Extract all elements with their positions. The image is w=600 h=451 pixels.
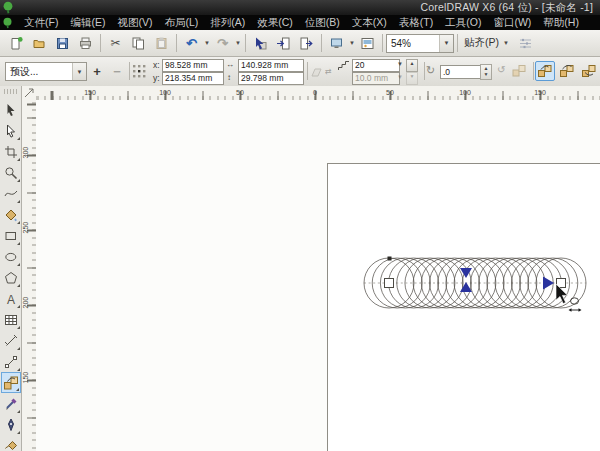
copy-icon (131, 36, 146, 51)
blend-object[interactable] (364, 257, 586, 309)
counterclockwise-blend-button[interactable] (579, 61, 599, 81)
steps-spinner[interactable]: ▲ (406, 59, 418, 72)
blend-end-arrow-marker[interactable] (543, 277, 554, 290)
straight-line-connector-tool[interactable] (1, 351, 21, 372)
hruler-label: 150 (84, 89, 96, 96)
ruler-origin-icon (24, 88, 34, 98)
paste-button[interactable] (150, 32, 173, 55)
cut-button[interactable]: ✂ (104, 32, 127, 55)
table-tool[interactable] (1, 309, 21, 330)
toolbox-drag-handle[interactable] (4, 89, 17, 94)
shape-tool-icon (4, 124, 18, 138)
blend-acceleration-marker[interactable] (460, 268, 472, 292)
menu-item-layout[interactable]: 布局(L) (158, 15, 204, 30)
color-eyedropper-tool[interactable] (1, 393, 21, 414)
menu-item-effects[interactable]: 效果(C) (251, 15, 299, 30)
undo-button[interactable]: ↶ (180, 32, 203, 55)
menu-item-bitmaps[interactable]: 位图(B) (299, 15, 346, 30)
new-document-button[interactable] (5, 32, 28, 55)
blend-circle[interactable] (389, 258, 439, 308)
blend-start-handle[interactable] (385, 279, 394, 288)
blend-direction-field[interactable]: .0 (440, 65, 482, 79)
blend-spacing-toggle-icon[interactable]: ⇄ (325, 67, 332, 76)
object-node[interactable] (388, 257, 392, 261)
menu-item-text[interactable]: 文本(X) (346, 15, 393, 30)
object-height-icon: ↕ (227, 73, 231, 82)
menu-item-window[interactable]: 窗口(W) (487, 15, 537, 30)
undo-dropdown-arrow-icon[interactable]: ▼ (203, 40, 211, 46)
hruler-label: 50 (236, 89, 244, 96)
crop-tool[interactable] (1, 141, 21, 162)
export-button[interactable] (295, 32, 318, 55)
rectangle-tool-icon (4, 229, 18, 243)
redo-dropdown-arrow-icon[interactable]: ▼ (234, 40, 242, 46)
welcome-screen-button[interactable] (356, 32, 379, 55)
preset-combobox[interactable]: 预设... ▼ (5, 62, 87, 81)
rectangle-tool[interactable] (1, 225, 21, 246)
redo-icon: ↷ (217, 36, 228, 51)
smart-fill-tool[interactable] (1, 204, 21, 225)
vruler-label: 300 (23, 147, 30, 159)
parallel-dimension-tool[interactable] (1, 330, 21, 351)
menu-item-edit[interactable]: 编辑(E) (64, 15, 111, 30)
text-tool-icon: A (4, 292, 18, 306)
menu-item-file[interactable]: 文件(F) (18, 15, 64, 30)
rotate-all-objects-icon[interactable] (511, 63, 527, 79)
redo-button[interactable]: ↷ (211, 32, 234, 55)
outline-pen-tool[interactable] (1, 414, 21, 435)
shape-tool[interactable] (1, 120, 21, 141)
zoom-level-combobox[interactable]: 54% ▼ (386, 34, 454, 53)
import-button[interactable] (272, 32, 295, 55)
object-width-field[interactable]: 140.928 mm (238, 59, 304, 72)
freehand-tool-icon (4, 187, 18, 201)
direction-spinner[interactable]: ▲▼ (480, 64, 492, 80)
menu-item-arrange[interactable]: 排列(A) (204, 15, 251, 30)
blend-shape-icon[interactable] (309, 65, 324, 79)
blend-circle[interactable] (462, 258, 512, 308)
search-content-button[interactable] (249, 32, 272, 55)
vertical-ruler[interactable]: 300250200150 (22, 100, 37, 451)
propbar-separator (129, 62, 130, 80)
menu-item-help[interactable]: 帮助(H) (537, 15, 585, 30)
pick-tool[interactable] (1, 99, 21, 120)
options-sliders-icon (518, 36, 533, 51)
blend-spacing-field[interactable]: 10.0 mm (352, 72, 400, 85)
drawing-canvas[interactable] (36, 100, 600, 451)
launcher-dropdown-arrow-icon[interactable]: ▼ (348, 40, 356, 46)
polygon-tool[interactable] (1, 267, 21, 288)
blend-tool[interactable] (1, 372, 21, 393)
options-button[interactable] (514, 32, 537, 55)
clockwise-blend-button[interactable] (557, 61, 577, 81)
blend-circle[interactable] (430, 258, 480, 308)
copy-button[interactable] (127, 32, 150, 55)
ellipse-tool[interactable] (1, 246, 21, 267)
zoom-tool[interactable] (1, 162, 21, 183)
application-launcher-button[interactable] (325, 32, 348, 55)
snap-dropdown-arrow-icon[interactable]: ▼ (502, 40, 510, 46)
menu-item-view[interactable]: 视图(V) (111, 15, 158, 30)
text-tool[interactable]: A (1, 288, 21, 309)
menu-item-tools[interactable]: 工具(O) (439, 15, 487, 30)
ruler-origin[interactable] (22, 86, 37, 101)
horizontal-ruler[interactable]: 15010050050100150 (36, 86, 600, 101)
spacing-dropdown-arrow-icon: ▼ (396, 74, 404, 80)
object-height-field[interactable]: 29.798 mm (238, 72, 304, 85)
zoom-level-value: 54% (391, 38, 411, 49)
counterclockwise-blend-icon (581, 63, 597, 79)
y-position-field[interactable]: 218.354 mm (162, 72, 224, 85)
save-button[interactable] (51, 32, 74, 55)
x-position-field[interactable]: 98.528 mm (162, 59, 224, 72)
menu-item-table[interactable]: 表格(T) (393, 15, 439, 30)
freehand-tool[interactable] (1, 183, 21, 204)
blend-steps-field[interactable]: 20 (352, 59, 400, 72)
print-button[interactable] (74, 32, 97, 55)
fill-tool[interactable] (1, 435, 21, 451)
open-button[interactable] (28, 32, 51, 55)
add-preset-button[interactable]: + (87, 61, 107, 81)
object-origin-icon[interactable] (132, 64, 147, 79)
snap-to-button[interactable]: 贴齐(P) (461, 34, 502, 52)
steps-dropdown-arrow-icon[interactable]: ▼ (396, 61, 404, 67)
remove-preset-button[interactable]: − (107, 61, 127, 81)
snap-to-label: 贴齐(P) (464, 36, 499, 50)
direct-blend-button[interactable] (535, 61, 555, 81)
